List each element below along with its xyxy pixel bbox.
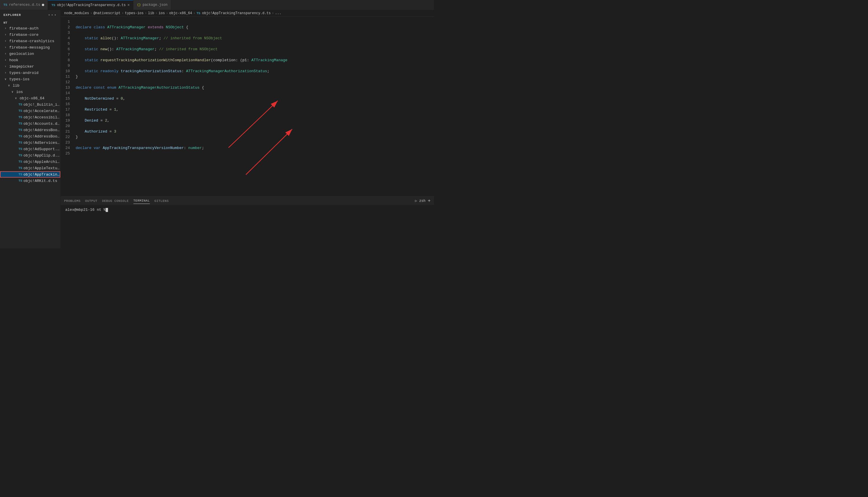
- sidebar-item-firebase-messaging[interactable]: › firebase-messaging: [0, 44, 60, 51]
- code-line-22: 22 }: [61, 134, 434, 140]
- main-area: EXPLORER ··· NT › firebase-auth › fireba…: [0, 10, 434, 248]
- explorer-menu-button[interactable]: ···: [48, 12, 57, 18]
- ts-badge: TS: [18, 109, 22, 113]
- editor-area: node_modules › @nativescript › types-ios…: [61, 10, 434, 248]
- sidebar-item-applearchive[interactable]: TS objc!AppleArchive.d.ts: [0, 158, 60, 165]
- modified-indicator: [42, 4, 44, 6]
- ts-badge: TS: [18, 122, 22, 125]
- terminal-cursor: [106, 208, 108, 212]
- explorer-title: EXPLORER: [3, 13, 21, 17]
- sidebar-item-firebase-crashlytics[interactable]: › firebase-crashlytics: [0, 38, 60, 44]
- sidebar-item-ios[interactable]: ∨ ios: [0, 89, 60, 95]
- sidebar-item-accelerate[interactable]: TS objc!Accelerate.d.ts: [0, 108, 60, 114]
- code-line-18: 18: [61, 112, 434, 118]
- tab-packagejson-label: package.json: [143, 3, 168, 7]
- sidebar-item-accounts[interactable]: TS objc!Accounts.d.ts: [0, 120, 60, 127]
- code-line-11: 11 }: [61, 74, 434, 80]
- sidebar-item-apptracking[interactable]: TS objc!AppTrackingTransparency.d.ts: [0, 171, 60, 178]
- sidebar-content: › firebase-auth › firebase-core › fireba…: [0, 25, 60, 248]
- ts-badge: TS: [18, 115, 22, 119]
- sidebar-item-addressbook[interactable]: TS objc!AddressBook.d.ts: [0, 127, 60, 133]
- sidebar-item-hook[interactable]: › hook: [0, 57, 60, 63]
- sidebar-item-addressbookui[interactable]: TS objc!AddressBookUI.d.ts: [0, 133, 60, 140]
- terminal-shell-label: ▷ zsh: [415, 199, 425, 203]
- tab-close-button[interactable]: ×: [127, 3, 130, 7]
- code-line-12: 12: [61, 80, 434, 85]
- chevron-down-icon: ∨: [12, 90, 16, 94]
- code-line-14: 14: [61, 90, 434, 96]
- ts-badge: TS: [18, 141, 22, 144]
- sidebar-item-types-ios[interactable]: ∨ types-ios: [0, 76, 60, 82]
- code-line-5: 5: [61, 41, 434, 46]
- chevron-icon: ›: [5, 40, 9, 43]
- code-line-16: 16: [61, 101, 434, 107]
- sidebar-item-adsupport[interactable]: TS objc!AdSupport.d.ts: [0, 146, 60, 152]
- sidebar-header: EXPLORER ···: [0, 10, 60, 20]
- sidebar-item-firebase-auth[interactable]: › firebase-auth: [0, 25, 60, 31]
- code-line-4: 4 static alloc(): ATTrackingManager; // …: [61, 36, 434, 41]
- panel-tab-right: ▷ zsh +: [415, 198, 431, 203]
- tab-packagejson[interactable]: {} package.json: [133, 0, 171, 10]
- sidebar-item-appclip[interactable]: TS objc!AppClip.d.ts: [0, 152, 60, 158]
- chevron-down-icon: ∨: [5, 77, 9, 81]
- sidebar-item-appletextureencoder[interactable]: TS objc!AppleTextureEncoder.d.ts: [0, 165, 60, 171]
- code-line-1: 1: [61, 19, 434, 25]
- terminal-add-button[interactable]: +: [428, 198, 431, 203]
- ts-badge: TS: [18, 166, 22, 170]
- code-line-15: 15 NotDetermined = 0,: [61, 96, 434, 101]
- chevron-icon: ›: [5, 71, 9, 74]
- code-line-8: 8 static requestTrackingAuthorizationWit…: [61, 57, 434, 63]
- sidebar-item-accessibility[interactable]: TS objc!Accessibility.d.ts: [0, 114, 60, 120]
- tab-problems[interactable]: PROBLEMS: [64, 198, 81, 204]
- chevron-icon: ›: [5, 59, 9, 62]
- code-line-25: 25: [61, 151, 434, 156]
- code-line-20: 20: [61, 123, 434, 129]
- code-line-6: 6 static new(): ATTrackingManager; // in…: [61, 46, 434, 52]
- code-line-7: 7: [61, 52, 434, 57]
- ts-badge: TS: [18, 160, 22, 164]
- panel-content: alex@mbp21-16 nt %: [61, 205, 434, 248]
- sidebar-item-types-android[interactable]: › types-android: [0, 70, 60, 76]
- tab-bar: TS references.d.ts TS objc!AppTrackingTr…: [0, 0, 434, 10]
- code-line-3: 3: [61, 30, 434, 36]
- sidebar-item-builtin[interactable]: TS objc!_Builtin_intrinsics.d.ts: [0, 101, 60, 108]
- ts-icon: TS: [3, 3, 7, 6]
- chevron-icon: ›: [5, 52, 9, 55]
- code-line-9: 9: [61, 63, 434, 69]
- code-line-21: 21 Authorized = 3: [61, 129, 434, 134]
- code-line-23: 23: [61, 140, 434, 145]
- tab-output[interactable]: OUTPUT: [85, 198, 98, 204]
- tab-debug-console[interactable]: DEBUG CONSOLE: [102, 198, 129, 204]
- tab-terminal[interactable]: TERMINAL: [133, 198, 150, 204]
- code-line-17: 17 Restricted = 1,: [61, 107, 434, 112]
- ts-badge: TS: [18, 134, 22, 138]
- sidebar-item-lib[interactable]: ∨ lib: [0, 82, 60, 89]
- code-line-19: 19 Denied = 2,: [61, 118, 434, 123]
- chevron-icon: ›: [5, 46, 9, 49]
- chevron-icon: ›: [5, 33, 9, 37]
- nt-label: NT: [0, 20, 60, 25]
- tab-apptracking[interactable]: TS objc!AppTrackingTransparency.d.ts ×: [48, 0, 133, 10]
- sidebar-item-objc-x86[interactable]: ∨ objc-x86_64: [0, 95, 60, 101]
- ts-icon-2: TS: [52, 3, 55, 7]
- code-editor[interactable]: 1 2 declare class ATTrackingManager exte…: [61, 17, 434, 196]
- tab-apptracking-label: objc!AppTrackingTransparency.d.ts: [57, 3, 126, 7]
- chevron-icon: ›: [5, 27, 9, 30]
- sidebar-item-imagepicker[interactable]: › imagepicker: [0, 63, 60, 70]
- tab-references-label: references.d.ts: [9, 3, 40, 7]
- sidebar-item-arkit[interactable]: TS objc!ARKit.d.ts: [0, 178, 60, 184]
- code-line-24: 24 declare var AppTrackingTransparencyVe…: [61, 145, 434, 151]
- chevron-down-icon: ∨: [15, 97, 20, 100]
- panel-tabs: PROBLEMS OUTPUT DEBUG CONSOLE TERMINAL G…: [61, 197, 434, 205]
- sidebar-item-geolocation[interactable]: › geolocation: [0, 51, 60, 57]
- tab-references[interactable]: TS references.d.ts: [0, 0, 48, 10]
- chevron-down-icon: ∨: [8, 84, 13, 87]
- sidebar-item-firebase-core[interactable]: › firebase-core: [0, 31, 60, 38]
- sidebar-item-adservices[interactable]: TS objc!AdServices.d.ts: [0, 140, 60, 146]
- tab-gitlens[interactable]: GITLENS: [155, 198, 169, 204]
- json-icon: {}: [137, 3, 141, 6]
- code-line-13: 13 declare const enum ATTrackingManagerA…: [61, 85, 434, 90]
- chevron-icon: ›: [5, 65, 9, 68]
- code-line-10: 10 static readonly trackingAuthorization…: [61, 69, 434, 74]
- terminal-prompt: alex@mbp21-16 nt %: [65, 208, 429, 212]
